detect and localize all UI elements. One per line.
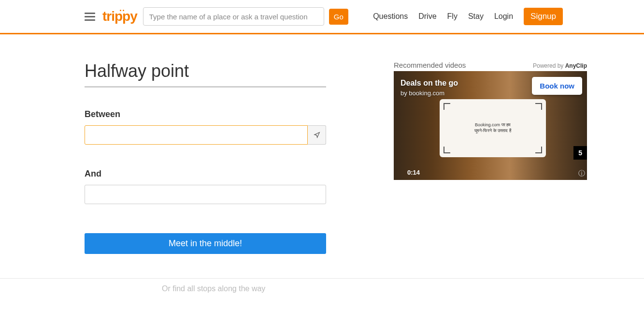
book-now-button[interactable]: Book now xyxy=(532,77,582,95)
meet-in-middle-button[interactable]: Meet in the middle! xyxy=(85,233,326,254)
hamburger-menu-icon[interactable] xyxy=(85,13,95,21)
recommended-videos-label: Recommended videos xyxy=(394,61,466,69)
video-column: Recommended videos Powered by AnyClip De… xyxy=(394,61,587,278)
powered-prefix: Powered by xyxy=(533,62,565,69)
between-label: Between xyxy=(85,109,326,119)
and-input[interactable] xyxy=(85,185,326,204)
video-card-line1: Booking.com पर हम xyxy=(474,122,511,128)
nav-questions[interactable]: Questions xyxy=(373,12,408,21)
bottom-divider xyxy=(0,278,644,279)
nav-fly[interactable]: Fly xyxy=(447,12,458,21)
header-divider xyxy=(0,33,644,34)
powered-brand[interactable]: AnyClip xyxy=(565,62,587,69)
video-card-line2: घूमने-फिरने के उस्ताद हैं xyxy=(474,128,511,134)
use-location-button[interactable] xyxy=(308,125,326,145)
find-stops-link[interactable]: Or find all stops along the way xyxy=(162,284,644,293)
location-arrow-icon xyxy=(314,132,320,138)
go-button[interactable]: Go xyxy=(329,9,348,25)
between-input-row xyxy=(85,125,326,145)
video-header-row: Recommended videos Powered by AnyClip xyxy=(394,61,587,69)
logo[interactable]: trippy xyxy=(102,9,137,24)
powered-by-label: Powered by AnyClip xyxy=(533,62,587,69)
title-underline xyxy=(85,86,326,88)
header-inner: trippy Go Questions Drive Fly Stay Login… xyxy=(85,7,563,26)
and-label: And xyxy=(85,169,326,179)
nav-drive[interactable]: Drive xyxy=(418,12,436,21)
search-input[interactable] xyxy=(143,7,324,26)
video-title: Deals on the go xyxy=(401,79,458,88)
video-subtitle: by booking.com xyxy=(401,89,444,97)
video-overlay-card: Booking.com पर हम घूमने-फिरने के उस्ताद … xyxy=(440,99,546,157)
video-time: 0:14 xyxy=(407,169,420,176)
video-countdown-badge: 5 xyxy=(573,146,587,160)
nav-login[interactable]: Login xyxy=(494,12,513,21)
video-player[interactable]: Deals on the go by booking.com Book now … xyxy=(394,71,587,180)
form-column: Halfway point Between And Meet in the mi… xyxy=(85,61,326,278)
video-card-text: Booking.com पर हम घूमने-फिरने के उस्ताद … xyxy=(474,122,511,134)
nav-stay[interactable]: Stay xyxy=(468,12,484,21)
help-icon[interactable]: ⓘ xyxy=(578,169,585,178)
page-title: Halfway point xyxy=(85,61,326,81)
main-content: Halfway point Between And Meet in the mi… xyxy=(85,61,563,278)
signup-button[interactable]: Signup xyxy=(524,8,563,25)
header: trippy Go Questions Drive Fly Stay Login… xyxy=(0,0,644,33)
between-input[interactable] xyxy=(85,125,308,145)
nav: Questions Drive Fly Stay Login Signup xyxy=(373,8,563,25)
